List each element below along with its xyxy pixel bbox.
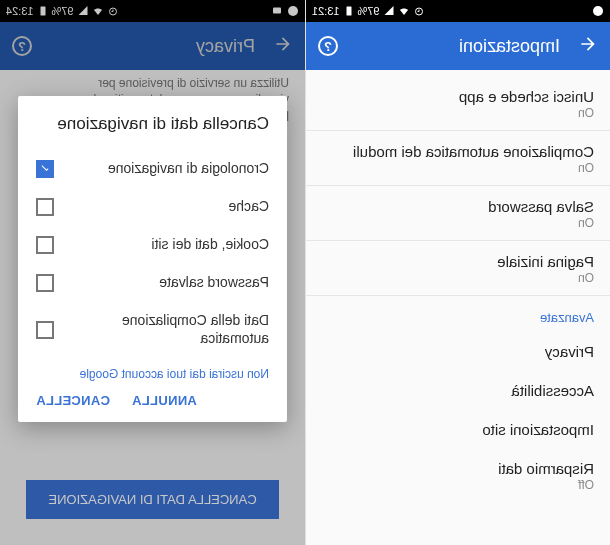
option-label: Cookie, dati dei siti xyxy=(141,236,269,254)
settings-label: Privacy xyxy=(322,343,594,360)
settings-sub: On xyxy=(322,271,594,285)
checkbox-icon[interactable] xyxy=(36,236,54,254)
settings-label: Salva password xyxy=(322,198,594,215)
clear-browsing-dialog: Cancella dati di navigazione Cronologia … xyxy=(18,96,287,422)
phone-settings: 97% 13:21 Impostazioni ? Unisci schede e… xyxy=(305,0,610,545)
settings-label: Compilazione automatica dei moduli xyxy=(322,143,594,160)
settings-item-accessibilita[interactable]: Accessibilità xyxy=(306,370,610,409)
settings-list: Unisci schede e app On Compilazione auto… xyxy=(306,70,610,508)
alarm-icon xyxy=(413,5,425,17)
dialog-actions: ANNULLA CANCELLA xyxy=(36,387,269,412)
checkbox-checked-icon[interactable] xyxy=(36,160,54,178)
svg-point-0 xyxy=(593,6,603,16)
battery-text: 97% xyxy=(358,5,380,17)
phone-privacy: 97% 13:24 Privacy ? Utilizza un servizio… xyxy=(0,0,305,545)
settings-label: Impostazioni sito xyxy=(322,421,594,438)
settings-sub: Off xyxy=(322,478,594,492)
dialog-title: Cancella dati di navigazione xyxy=(36,114,269,134)
signal-icon xyxy=(383,5,395,17)
option-cache[interactable]: Cache xyxy=(36,188,269,226)
settings-item-impostazioni-sito[interactable]: Impostazioni sito xyxy=(306,409,610,448)
settings-label: Risparmio dati xyxy=(322,460,594,477)
settings-item-pagina-iniziale[interactable]: Pagina iniziale On xyxy=(306,241,610,296)
settings-sub: On xyxy=(322,216,594,230)
option-label: Password salvate xyxy=(149,274,269,292)
checkbox-icon[interactable] xyxy=(36,274,54,292)
checkbox-icon[interactable] xyxy=(36,198,54,216)
option-password[interactable]: Password salvate xyxy=(36,264,269,302)
settings-label: Pagina iniziale xyxy=(322,253,594,270)
settings-item-unisci[interactable]: Unisci schede e app On xyxy=(306,76,610,131)
status-bar: 97% 13:21 xyxy=(306,0,610,22)
settings-item-salva-password[interactable]: Salva password On xyxy=(306,186,610,241)
settings-item-compilazione[interactable]: Compilazione automatica dei moduli On xyxy=(306,131,610,186)
option-cookie[interactable]: Cookie, dati dei siti xyxy=(36,226,269,264)
app-bar: Impostazioni ? xyxy=(306,22,610,70)
dialog-note: Non uscirai dai tuoi account Google xyxy=(36,367,269,381)
settings-sub: On xyxy=(322,106,594,120)
settings-sub: On xyxy=(322,161,594,175)
wifi-icon xyxy=(398,5,410,17)
settings-item-privacy[interactable]: Privacy xyxy=(306,331,610,370)
clock-text: 13:21 xyxy=(312,5,340,17)
option-label: Dati della Compilazione automatica xyxy=(54,312,269,347)
checkbox-icon[interactable] xyxy=(36,321,54,339)
confirm-button[interactable]: CANCELLA xyxy=(36,393,110,408)
option-label: Cronologia di navigazione xyxy=(98,160,269,178)
settings-label: Unisci schede e app xyxy=(322,88,594,105)
cancel-button[interactable]: ANNULLA xyxy=(132,393,197,408)
battery-icon xyxy=(343,5,355,17)
option-label: Cache xyxy=(219,198,269,216)
messenger-icon xyxy=(592,5,604,17)
back-arrow-icon[interactable] xyxy=(578,34,598,58)
settings-label: Accessibilità xyxy=(322,382,594,399)
option-cronologia[interactable]: Cronologia di navigazione xyxy=(36,150,269,188)
page-title: Impostazioni xyxy=(459,36,560,57)
svg-rect-2 xyxy=(346,7,351,16)
section-header-avanzate: Avanzate xyxy=(306,296,610,331)
help-icon[interactable]: ? xyxy=(318,36,338,56)
settings-item-risparmio-dati[interactable]: Risparmio dati Off xyxy=(306,448,610,502)
option-autofill[interactable]: Dati della Compilazione automatica xyxy=(36,302,269,357)
